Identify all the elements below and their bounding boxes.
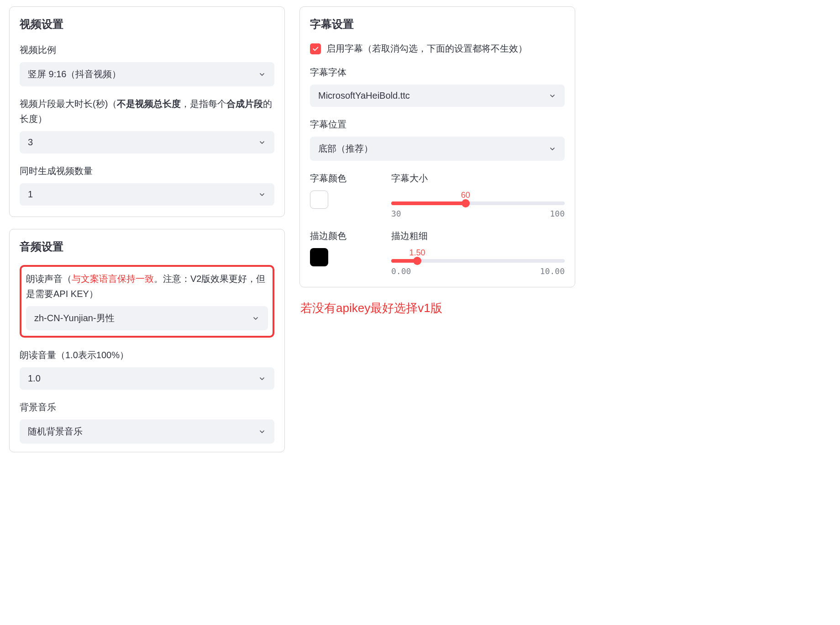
subtitle-settings-panel: 字幕设置 启用字幕（若取消勾选，下面的设置都将不生效） 字幕字体 Microso… <box>299 6 575 287</box>
apikey-note: 若没有apikey最好选择v1版 <box>300 300 575 316</box>
subtitle-color-label: 字幕颜色 <box>310 171 378 186</box>
subtitle-font-select[interactable]: MicrosoftYaHeiBold.ttc <box>310 85 565 107</box>
volume-select[interactable]: 1.0 <box>20 367 274 390</box>
video-settings-panel: 视频设置 视频比例 竖屏 9:16（抖音视频） 视频片段最大时长(秒)（不是视频… <box>9 6 285 217</box>
concurrent-videos-label: 同时生成视频数量 <box>20 164 274 179</box>
volume-value: 1.0 <box>28 373 41 384</box>
subtitle-color-swatch[interactable] <box>310 191 328 209</box>
enable-subtitle-checkbox[interactable] <box>310 43 321 54</box>
voice-label: 朗读声音（与文案语言保持一致。注意：V2版效果更好，但是需要API KEY） <box>26 271 268 302</box>
clip-duration-label: 视频片段最大时长(秒)（不是视频总长度，是指每个合成片段的长度） <box>20 96 274 127</box>
subtitle-font-value: MicrosoftYaHeiBold.ttc <box>318 90 410 101</box>
video-aspect-value: 竖屏 9:16（抖音视频） <box>28 68 121 80</box>
video-settings-title: 视频设置 <box>20 17 274 32</box>
subtitle-size-label: 字幕大小 <box>391 171 565 186</box>
subtitle-position-label: 字幕位置 <box>310 117 565 132</box>
video-aspect-select[interactable]: 竖屏 9:16（抖音视频） <box>20 62 274 86</box>
chevron-down-icon <box>548 92 556 100</box>
check-icon <box>312 45 319 53</box>
chevron-down-icon <box>258 70 266 79</box>
enable-subtitle-label: 启用字幕（若取消勾选，下面的设置都将不生效） <box>326 42 527 55</box>
subtitle-size-max: 100 <box>550 209 565 218</box>
subtitle-position-value: 底部（推荐） <box>318 143 373 155</box>
chevron-down-icon <box>258 375 266 383</box>
bgm-label: 背景音乐 <box>20 400 274 415</box>
clip-duration-value: 3 <box>28 137 33 148</box>
stroke-width-slider[interactable]: 1.50 0.00 10.00 <box>391 248 565 276</box>
voice-select[interactable]: zh-CN-Yunjian-男性 <box>26 306 268 330</box>
audio-settings-title: 音频设置 <box>20 239 274 254</box>
stroke-color-swatch[interactable] <box>310 248 328 266</box>
concurrent-videos-value: 1 <box>28 189 33 200</box>
bgm-select[interactable]: 随机背景音乐 <box>20 419 274 444</box>
stroke-color-label: 描边颜色 <box>310 228 378 244</box>
bgm-value: 随机背景音乐 <box>28 425 83 438</box>
voice-highlight-box: 朗读声音（与文案语言保持一致。注意：V2版效果更好，但是需要API KEY） z… <box>20 265 274 338</box>
subtitle-position-select[interactable]: 底部（推荐） <box>310 137 565 161</box>
volume-label: 朗读音量（1.0表示100%） <box>20 348 274 363</box>
chevron-down-icon <box>252 314 260 323</box>
stroke-width-label: 描边粗细 <box>391 228 565 244</box>
concurrent-videos-select[interactable]: 1 <box>20 183 274 206</box>
chevron-down-icon <box>258 428 266 436</box>
chevron-down-icon <box>258 138 266 147</box>
subtitle-settings-title: 字幕设置 <box>310 17 565 32</box>
audio-settings-panel: 音频设置 朗读声音（与文案语言保持一致。注意：V2版效果更好，但是需要API K… <box>9 229 285 452</box>
stroke-width-max: 10.00 <box>540 266 565 276</box>
voice-value: zh-CN-Yunjian-男性 <box>34 312 115 324</box>
chevron-down-icon <box>548 145 556 153</box>
video-aspect-label: 视频比例 <box>20 42 274 58</box>
chevron-down-icon <box>258 191 266 199</box>
subtitle-font-label: 字幕字体 <box>310 65 565 80</box>
stroke-width-min: 0.00 <box>391 266 411 276</box>
clip-duration-select[interactable]: 3 <box>20 131 274 154</box>
subtitle-size-min: 30 <box>391 209 401 218</box>
subtitle-size-slider[interactable]: 60 30 100 <box>391 191 565 218</box>
